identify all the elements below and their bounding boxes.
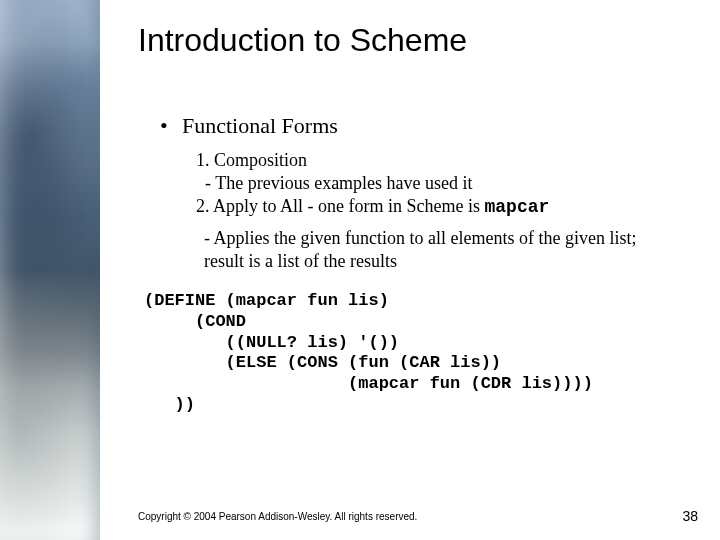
copyright-footer: Copyright © 2004 Pearson Addison-Wesley.…: [138, 511, 417, 522]
decorative-sidebar: [0, 0, 100, 540]
description-block: - Applies the given function to all elem…: [204, 227, 694, 273]
bullet-item: • Functional Forms: [160, 113, 694, 139]
bullet-text: Functional Forms: [182, 113, 338, 139]
code-block: (DEFINE (mapcar fun lis) (COND ((NULL? l…: [144, 291, 694, 415]
desc-line-2: result is a list of the results: [204, 250, 694, 273]
mapcar-keyword: mapcar: [484, 197, 549, 217]
page-title: Introduction to Scheme: [138, 22, 694, 59]
list-line-3: 2. Apply to All - one form in Scheme is …: [196, 195, 694, 219]
list-block: 1. Composition - The previous examples h…: [196, 149, 694, 219]
list-line-2: - The previous examples have used it: [196, 172, 694, 195]
list-line-3-text: 2. Apply to All - one form in Scheme is: [196, 196, 484, 216]
slide: Introduction to Scheme • Functional Form…: [0, 0, 720, 540]
list-line-1: 1. Composition: [196, 149, 694, 172]
bullet-icon: •: [160, 113, 182, 139]
desc-line-1: - Applies the given function to all elem…: [204, 227, 694, 250]
content-area: Introduction to Scheme • Functional Form…: [100, 0, 720, 540]
slide-number: 38: [682, 508, 698, 524]
